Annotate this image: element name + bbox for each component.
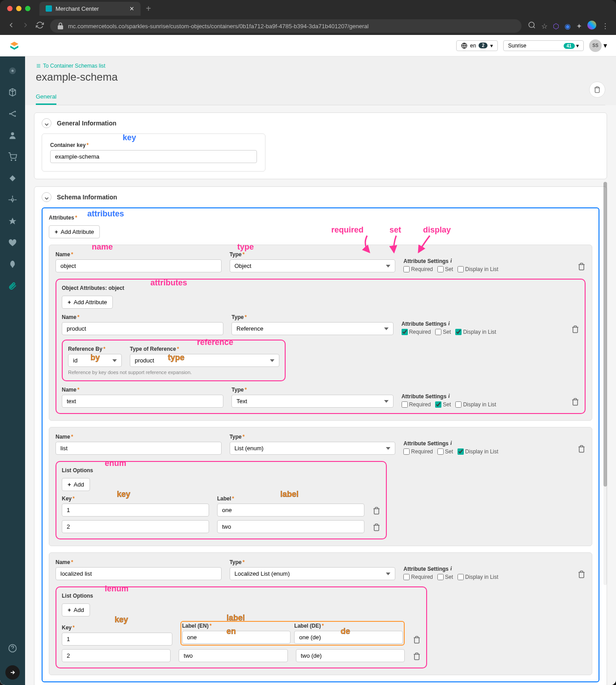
ref-type-select[interactable]: product bbox=[130, 354, 279, 367]
delete-attribute-button[interactable] bbox=[578, 445, 586, 455]
avatar[interactable]: SS bbox=[589, 39, 602, 52]
delete-option-button[interactable] bbox=[413, 652, 421, 662]
nav-favorites[interactable] bbox=[0, 233, 25, 253]
delete-attribute-button[interactable] bbox=[578, 570, 586, 580]
option-key-input[interactable] bbox=[62, 520, 209, 533]
list-options-label: List Options bbox=[62, 467, 381, 474]
attr-type-select[interactable]: Reference bbox=[231, 322, 393, 335]
delete-attribute-button[interactable] bbox=[578, 263, 586, 272]
container-key-input[interactable] bbox=[50, 150, 257, 163]
option-label-en-input[interactable] bbox=[182, 631, 291, 644]
forward-icon[interactable] bbox=[21, 21, 30, 31]
attr-name-input[interactable] bbox=[62, 395, 223, 408]
option-label-de-input[interactable] bbox=[296, 649, 405, 662]
nav-dashboard[interactable] bbox=[0, 61, 25, 81]
option-label-de-input[interactable] bbox=[294, 631, 403, 644]
language-selector[interactable]: en 2 ▾ bbox=[456, 40, 498, 51]
star-icon[interactable]: ☆ bbox=[541, 22, 548, 30]
set-checkbox[interactable]: Set bbox=[437, 448, 453, 455]
close-tab-icon[interactable]: ✕ bbox=[129, 5, 134, 12]
required-checkbox[interactable]: Required bbox=[403, 448, 433, 455]
delete-option-button[interactable] bbox=[372, 507, 381, 517]
nav-products[interactable] bbox=[0, 82, 25, 102]
nav-discounts[interactable] bbox=[0, 168, 25, 188]
general-section-header[interactable]: ⌵ General Information bbox=[34, 113, 607, 134]
attr-type-select[interactable]: Text bbox=[231, 395, 393, 408]
add-option-button[interactable]: + Add bbox=[62, 478, 90, 491]
delete-option-button[interactable] bbox=[372, 523, 381, 533]
settings-label: Attribute Settings i bbox=[403, 440, 569, 447]
display-checkbox[interactable]: Display in List bbox=[458, 266, 498, 272]
required-checkbox[interactable]: Required bbox=[403, 574, 433, 580]
set-checkbox[interactable]: Set bbox=[435, 329, 451, 335]
option-label-input[interactable] bbox=[217, 504, 364, 517]
maximize-window[interactable] bbox=[25, 6, 30, 11]
scrollbar[interactable] bbox=[603, 182, 607, 585]
attr-type-select[interactable]: Object bbox=[230, 259, 396, 272]
schema-section-header[interactable]: ⌵ Schema Information bbox=[34, 187, 607, 207]
delete-schema-button[interactable] bbox=[589, 82, 605, 98]
nav-categories[interactable] bbox=[0, 104, 25, 124]
breadcrumb[interactable]: To Container Schemas list bbox=[36, 63, 605, 69]
info-icon[interactable]: i bbox=[448, 393, 449, 400]
info-icon[interactable]: i bbox=[450, 440, 452, 447]
help-icon[interactable] bbox=[0, 638, 25, 658]
nav-settings[interactable] bbox=[0, 190, 25, 210]
nav-orders[interactable] bbox=[0, 147, 25, 167]
attr-name-input[interactable] bbox=[56, 259, 222, 272]
required-checkbox[interactable]: Required bbox=[402, 401, 431, 408]
nav-customers[interactable] bbox=[0, 125, 25, 145]
display-checkbox[interactable]: Display in List bbox=[455, 401, 496, 408]
option-key-input[interactable] bbox=[62, 649, 171, 662]
add-attribute-button[interactable]: + Add Attribute bbox=[49, 225, 100, 238]
set-checkbox[interactable]: Set bbox=[437, 574, 453, 580]
extension-icon-2[interactable]: ◉ bbox=[565, 22, 571, 30]
info-icon[interactable]: i bbox=[450, 258, 452, 264]
minimize-window[interactable] bbox=[16, 6, 21, 11]
display-checkbox[interactable]: Display in List bbox=[458, 448, 498, 455]
nav-attachments[interactable] bbox=[0, 276, 25, 296]
display-checkbox[interactable]: Display in List bbox=[455, 329, 496, 335]
annotation-display: display bbox=[423, 225, 451, 235]
delete-attribute-button[interactable] bbox=[571, 325, 579, 335]
add-option-button[interactable]: + Add bbox=[62, 603, 90, 616]
required-checkbox[interactable]: Required bbox=[403, 266, 433, 272]
attr-name-input[interactable] bbox=[62, 322, 223, 335]
chevron-down-icon[interactable]: ▾ bbox=[603, 41, 607, 50]
reload-icon[interactable] bbox=[36, 21, 44, 31]
set-checkbox[interactable]: Set bbox=[437, 266, 453, 272]
extensions-icon[interactable]: ✦ bbox=[576, 22, 582, 30]
nav-star[interactable] bbox=[0, 211, 25, 231]
option-label-en-input[interactable] bbox=[179, 649, 287, 662]
profile-icon[interactable] bbox=[587, 21, 596, 31]
project-selector[interactable]: Sunrise 41 ▾ bbox=[503, 40, 584, 51]
extension-icon-1[interactable]: ⬡ bbox=[553, 22, 559, 30]
back-icon[interactable] bbox=[7, 21, 15, 31]
browser-tab[interactable]: Merchant Center ✕ bbox=[39, 2, 141, 16]
info-icon[interactable]: i bbox=[448, 320, 449, 327]
set-checkbox[interactable]: Set bbox=[435, 401, 451, 408]
add-attribute-button[interactable]: + Add Attribute bbox=[62, 296, 113, 309]
zoom-icon[interactable] bbox=[528, 21, 536, 31]
required-checkbox[interactable]: Required bbox=[402, 329, 431, 335]
attr-name-input[interactable] bbox=[56, 442, 222, 455]
option-key-input[interactable] bbox=[62, 504, 209, 517]
new-tab-button[interactable]: + bbox=[146, 4, 151, 14]
delete-attribute-button[interactable] bbox=[571, 398, 579, 408]
close-window[interactable] bbox=[7, 6, 13, 11]
delete-option-button[interactable] bbox=[413, 636, 421, 646]
url-input[interactable]: mc.commercetools.co/sparkles-sunrise/cus… bbox=[50, 19, 522, 33]
option-key-input[interactable] bbox=[62, 633, 172, 646]
ref-by-select[interactable]: id bbox=[68, 354, 122, 367]
expand-sidebar[interactable] bbox=[5, 665, 20, 680]
option-label-input[interactable] bbox=[217, 520, 364, 533]
attr-type-select[interactable]: List (enum) bbox=[230, 442, 396, 455]
nav-rocket[interactable] bbox=[0, 254, 25, 274]
display-checkbox[interactable]: Display in List bbox=[458, 574, 498, 580]
tab-general[interactable]: General bbox=[36, 90, 56, 105]
label-de-label: Label (DE) bbox=[294, 623, 403, 629]
attr-type-select[interactable]: Localized List (enum) bbox=[230, 567, 396, 580]
info-icon[interactable]: i bbox=[450, 565, 452, 572]
menu-icon[interactable]: ⋮ bbox=[602, 22, 609, 30]
attr-name-input[interactable] bbox=[56, 567, 222, 580]
